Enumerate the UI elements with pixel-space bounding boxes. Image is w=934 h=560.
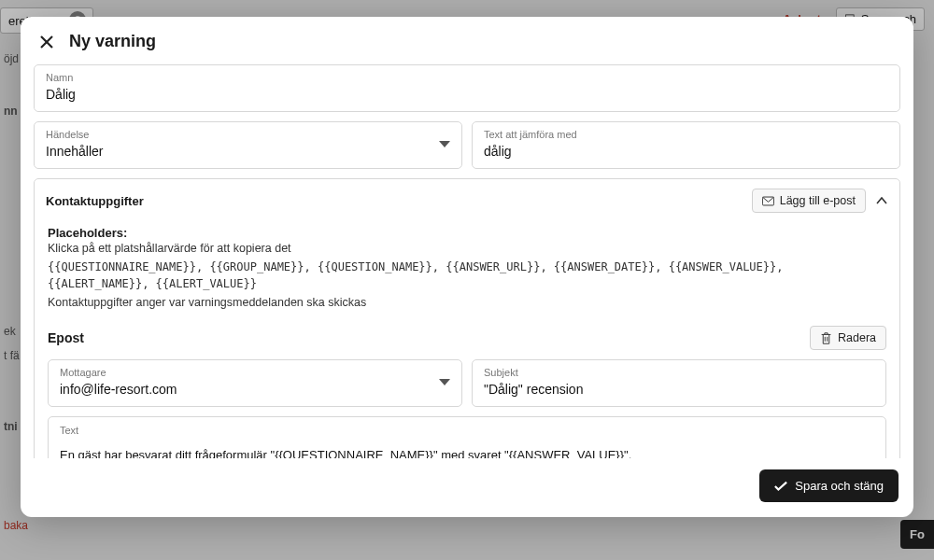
name-value: Dålig xyxy=(46,85,888,104)
email-text-label: Text xyxy=(60,425,874,436)
chevron-up-icon xyxy=(876,197,887,204)
name-label: Namn xyxy=(46,71,888,84)
delete-email-button[interactable]: Radera xyxy=(810,326,886,350)
caret-down-icon xyxy=(439,138,450,152)
modal-body: Namn Dålig Händelse Innehåller Text att … xyxy=(21,64,913,458)
compare-value: dålig xyxy=(484,142,888,161)
caret-down-icon xyxy=(439,376,450,390)
close-icon[interactable] xyxy=(37,33,56,51)
subject-label: Subjekt xyxy=(484,366,874,379)
contact-body: Placeholders: Klicka på ett platshållarv… xyxy=(35,222,899,458)
placeholders-desc: Klicka på ett platshållarvärde för att k… xyxy=(48,242,886,255)
placeholders-note: Kontaktuppgifter anger var varningsmedde… xyxy=(48,296,886,309)
modal-header: Ny varning xyxy=(21,17,913,64)
trash-icon xyxy=(820,332,832,344)
epost-title: Epost xyxy=(48,330,84,345)
add-email-label: Lägg till e-post xyxy=(780,194,856,207)
name-field[interactable]: Namn Dålig xyxy=(34,64,900,112)
event-value: Innehåller xyxy=(46,142,450,161)
subject-field[interactable]: Subjekt "Dålig" recension xyxy=(472,359,886,407)
event-label: Händelse xyxy=(46,128,450,141)
placeholders-list[interactable]: {{QUESTIONNAIRE_NAME}}, {{GROUP_NAME}}, … xyxy=(48,259,886,292)
contact-section: Kontaktuppgifter Lägg till e-post Placeh… xyxy=(34,178,900,458)
modal-footer: Spara och stäng xyxy=(21,458,913,517)
contact-header: Kontaktuppgifter Lägg till e-post xyxy=(35,179,899,222)
modal-title: Ny varning xyxy=(69,32,156,51)
mail-icon xyxy=(762,195,774,207)
email-text-field[interactable]: Text En gäst har besvarat ditt frågeform… xyxy=(48,416,886,458)
collapse-toggle[interactable] xyxy=(875,194,888,207)
delete-label: Radera xyxy=(838,331,876,344)
save-close-label: Spara och stäng xyxy=(795,479,884,493)
event-select[interactable]: Händelse Innehåller xyxy=(34,121,462,169)
alert-modal: Ny varning Namn Dålig Händelse Innehålle… xyxy=(21,17,913,517)
check-icon xyxy=(774,480,787,493)
contact-title: Kontaktuppgifter xyxy=(46,194,144,208)
email-text-content: En gäst har besvarat ditt frågeformulär … xyxy=(60,445,874,458)
add-email-button[interactable]: Lägg till e-post xyxy=(752,189,866,213)
compare-text-field[interactable]: Text att jämföra med dålig xyxy=(472,121,900,169)
placeholders-title: Placeholders: xyxy=(48,226,886,240)
recipients-label: Mottagare xyxy=(60,366,450,379)
recipients-select[interactable]: Mottagare info@life-resort.com xyxy=(48,359,462,407)
recipients-value: info@life-resort.com xyxy=(60,380,450,399)
compare-label: Text att jämföra med xyxy=(484,128,888,141)
subject-value: "Dålig" recension xyxy=(484,380,874,399)
save-and-close-button[interactable]: Spara och stäng xyxy=(759,469,899,502)
